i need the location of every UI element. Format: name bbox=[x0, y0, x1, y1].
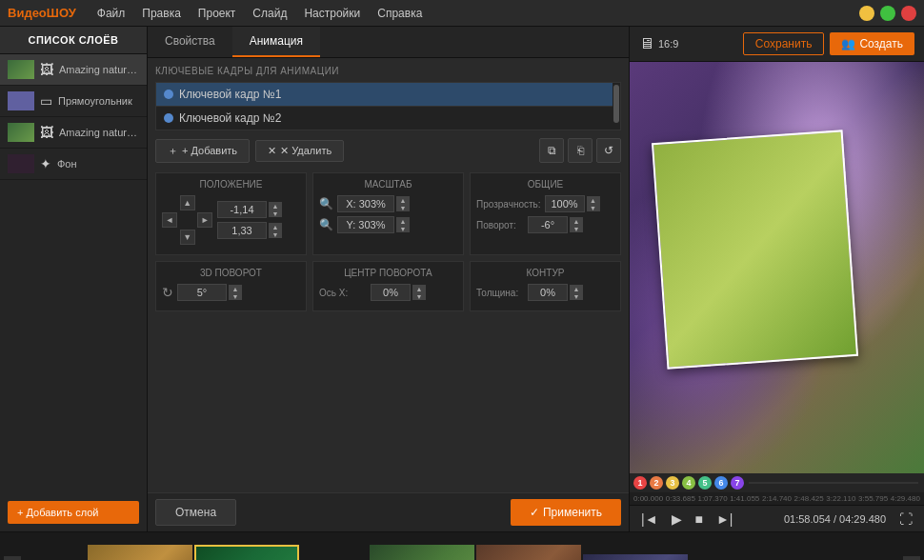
position-section: Положение ▲ ◄ ► ▼ bbox=[155, 172, 307, 255]
ruler-mark-8: 4:29.480 bbox=[891, 494, 920, 503]
film-item-5[interactable]: 2.0 5 ✏ 1:32.994 bbox=[88, 545, 192, 561]
menu-settings[interactable]: Настройки bbox=[296, 5, 368, 22]
layer-icon-bg: ✦ bbox=[40, 156, 51, 171]
rotation-input[interactable] bbox=[528, 216, 568, 233]
thickness-input[interactable] bbox=[528, 284, 568, 301]
transparency-up[interactable]: ▲ bbox=[587, 196, 600, 204]
arrow-down[interactable]: ▼ bbox=[180, 230, 195, 245]
transparency-input[interactable] bbox=[545, 195, 585, 212]
pos-x-input[interactable] bbox=[217, 201, 267, 218]
scale-label: Масштаб bbox=[319, 179, 457, 190]
menu-help[interactable]: Справка bbox=[370, 5, 430, 22]
center-rotation-section: Центр поворота Ось X: ▲ ▼ bbox=[312, 261, 464, 311]
timecode: 01:58.054 / 04:29.480 bbox=[784, 513, 886, 525]
apply-button[interactable]: ✓ Применить bbox=[511, 499, 621, 526]
layer-name-1: Amazing nature 'S... bbox=[59, 64, 139, 75]
thickness-down[interactable]: ▼ bbox=[570, 292, 583, 300]
fullscreen-button[interactable]: ⛶ bbox=[895, 510, 916, 529]
film-thumb-item8: 7.0 bbox=[476, 545, 581, 561]
scale-x-spinbox: ▲ ▼ bbox=[337, 195, 457, 212]
film-items: 2.0 4 ✏ 2:10.24 2.0 5 ✏ 1:32.994 bbox=[21, 545, 903, 561]
tab-animation[interactable]: Анимация bbox=[232, 27, 320, 57]
pos-y-input[interactable] bbox=[217, 222, 267, 239]
scale-y-down[interactable]: ▼ bbox=[396, 225, 410, 232]
prev-frame-button[interactable]: |◄ bbox=[637, 510, 662, 529]
rot3d-input[interactable] bbox=[177, 284, 227, 301]
scale-y-input[interactable] bbox=[337, 216, 394, 233]
arrow-right[interactable]: ► bbox=[197, 212, 212, 228]
keyframe-scrollbar[interactable] bbox=[613, 83, 620, 130]
tab-properties[interactable]: Свойства bbox=[148, 27, 232, 57]
play-button[interactable]: ▶ bbox=[668, 510, 686, 529]
menu-project[interactable]: Проект bbox=[191, 5, 244, 22]
add-keyframe-button[interactable]: ＋ + Добавить bbox=[155, 139, 250, 163]
arrow-up[interactable]: ▲ bbox=[180, 195, 195, 210]
film-thumb-item5: 2.0 bbox=[88, 545, 192, 561]
keyframes-section-label: КЛЮЧЕВЫЕ КАДРЫ ДЛЯ АНИМАЦИИ bbox=[155, 66, 621, 76]
film-item-9[interactable] bbox=[583, 554, 688, 561]
scale-x-input[interactable] bbox=[337, 195, 394, 212]
keyframe-item-1[interactable]: Ключевой кадр №1 bbox=[156, 83, 620, 107]
scale-x-up[interactable]: ▲ bbox=[396, 196, 410, 204]
axis-x-label: Ось X: bbox=[319, 288, 367, 298]
axis-x-input[interactable] bbox=[371, 284, 411, 301]
monitor-icon: 🖥 bbox=[639, 35, 654, 52]
layer-item-bg[interactable]: ✦ Фон bbox=[0, 149, 147, 180]
pos-y-up[interactable]: ▲ bbox=[269, 223, 282, 230]
menu-slide[interactable]: Слайд bbox=[245, 5, 294, 22]
filmstrip-prev[interactable]: ◄ bbox=[4, 556, 21, 561]
rot3d-down[interactable]: ▼ bbox=[229, 292, 242, 300]
preview-header: 🖥 16:9 Сохранить 👥 Создать bbox=[630, 27, 924, 62]
scale-x-down[interactable]: ▼ bbox=[396, 204, 410, 211]
menu-edit[interactable]: Правка bbox=[134, 5, 189, 22]
save-button[interactable]: Сохранить bbox=[743, 32, 825, 55]
scrollbar-thumb bbox=[613, 85, 619, 123]
menu-file[interactable]: Файл bbox=[90, 5, 133, 22]
layer-item-3[interactable]: 🖼 Amazing nature 'S... bbox=[0, 117, 147, 149]
thickness-up[interactable]: ▲ bbox=[570, 285, 583, 292]
rotation-down[interactable]: ▼ bbox=[570, 225, 583, 232]
maximize-button[interactable] bbox=[880, 6, 895, 21]
axis-x-up[interactable]: ▲ bbox=[412, 285, 426, 292]
add-layer-button[interactable]: + Добавить слой bbox=[8, 501, 139, 524]
thickness-spin-btns: ▲ ▼ bbox=[570, 285, 583, 300]
app-logo: ВидеоШОУ bbox=[8, 6, 76, 20]
transparency-label: Прозрачность: bbox=[476, 199, 541, 210]
film-item-7[interactable]: 2.0 7 ✏ 4:29.48 bbox=[370, 545, 474, 561]
film-item-6[interactable]: ▶ 6 ✏ 4:29.48 bbox=[194, 545, 299, 561]
paste-keyframe-button[interactable]: ⎗ bbox=[568, 138, 593, 163]
minimize-button[interactable] bbox=[859, 6, 874, 21]
create-button[interactable]: 👥 Создать bbox=[830, 32, 914, 55]
copy-keyframe-button[interactable]: ⧉ bbox=[539, 138, 564, 163]
animation-panel: КЛЮЧЕВЫЕ КАДРЫ ДЛЯ АНИМАЦИИ Ключевой кад… bbox=[148, 58, 629, 492]
preview-actions: Сохранить 👥 Создать bbox=[743, 32, 914, 55]
outline-label: Контур bbox=[476, 268, 614, 278]
film-item-8[interactable]: 7.0 8 ✏ bbox=[476, 545, 581, 561]
reset-keyframe-button[interactable]: ↺ bbox=[596, 138, 621, 163]
playback-controls: |◄ ▶ ■ ►| 01:58.054 / 04:29.480 ⛶ bbox=[630, 505, 924, 531]
close-button[interactable] bbox=[901, 6, 916, 21]
ruler-mark-5: 2:48.425 bbox=[794, 494, 824, 503]
pos-x-spinbox: ▲ ▼ bbox=[217, 201, 300, 218]
transparency-down[interactable]: ▼ bbox=[587, 204, 600, 211]
arrow-left[interactable]: ◄ bbox=[162, 212, 177, 228]
ruler-mark-2: 1:07.370 bbox=[697, 494, 727, 503]
scale-y-spinbox: ▲ ▼ bbox=[337, 216, 457, 233]
scale-y-up[interactable]: ▲ bbox=[396, 217, 410, 225]
layer-item-1[interactable]: 🖼 Amazing nature 'S... bbox=[0, 54, 147, 86]
rot3d-up[interactable]: ▲ bbox=[229, 285, 242, 292]
pos-x-down[interactable]: ▼ bbox=[269, 210, 282, 217]
keyframe-item-2[interactable]: Ключевой кадр №2 bbox=[156, 107, 620, 130]
tabs-row: Свойства Анимация bbox=[148, 27, 629, 58]
next-frame-button[interactable]: ►| bbox=[713, 510, 737, 529]
stop-button[interactable]: ■ bbox=[692, 510, 707, 529]
rotation-up[interactable]: ▲ bbox=[570, 217, 583, 225]
cancel-button[interactable]: Отмена bbox=[155, 499, 236, 526]
delete-keyframe-button[interactable]: ✕ ✕ Удалить bbox=[255, 140, 344, 162]
axis-x-down[interactable]: ▼ bbox=[412, 292, 426, 300]
layer-item-2[interactable]: ▭ Прямоугольник bbox=[0, 86, 147, 117]
layer-name-bg: Фон bbox=[57, 158, 139, 170]
pos-y-down[interactable]: ▼ bbox=[269, 230, 282, 238]
pos-x-up[interactable]: ▲ bbox=[269, 202, 282, 210]
filmstrip-next[interactable]: ► bbox=[903, 556, 920, 561]
